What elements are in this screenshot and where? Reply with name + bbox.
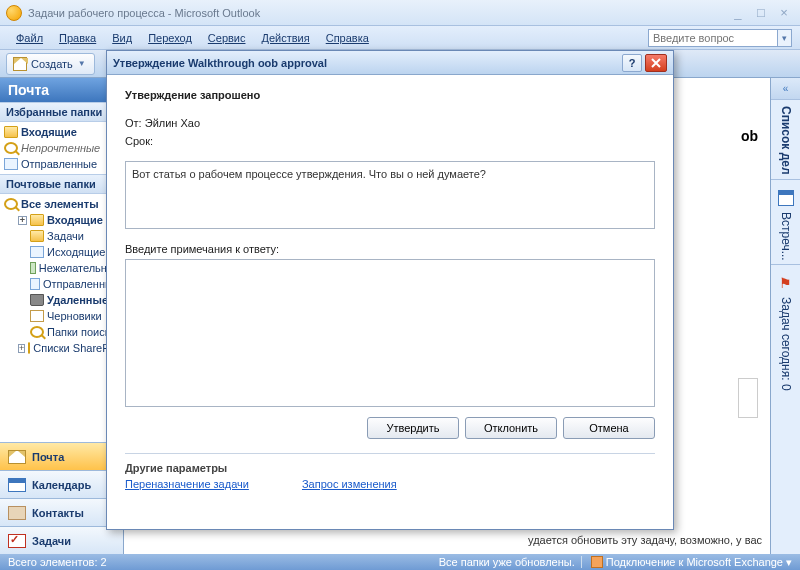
nav-title: Почта: [0, 78, 123, 102]
search-folder-icon: [30, 326, 44, 338]
search-icon: [4, 198, 18, 210]
approve-button[interactable]: Утвердить: [367, 417, 459, 439]
folder-tasks[interactable]: Задачи: [0, 228, 123, 244]
folder-icon: [30, 230, 44, 242]
navbtn-calendar[interactable]: Календарь: [0, 470, 123, 498]
sent-icon: [30, 278, 40, 290]
approval-dialog: Утверждение Walkthrough oob approval ? У…: [106, 50, 674, 530]
folder-search[interactable]: Папки поиска: [0, 324, 123, 340]
trash-icon: [30, 294, 44, 306]
message-box: Вот статья о рабочем процессе утверждени…: [125, 161, 655, 229]
navbtn-contacts[interactable]: Контакты: [0, 498, 123, 526]
menu-edit[interactable]: Правка: [51, 29, 104, 47]
outbox-icon: [30, 246, 44, 258]
create-label: Создать: [31, 58, 73, 70]
menu-help[interactable]: Справка: [318, 29, 377, 47]
fav-sent[interactable]: Отправленные: [0, 156, 123, 172]
window-controls: _ □ ×: [728, 5, 794, 20]
menu-bar: Файл Правка Вид Переход Сервис Действия …: [0, 26, 800, 50]
mailfolders-header[interactable]: Почтовые папки: [0, 174, 123, 194]
folder-icon: [4, 126, 18, 138]
status-bar: Всего элементов: 2 Все папки уже обновле…: [0, 554, 800, 570]
other-params: Другие параметры Переназначение задачи З…: [125, 453, 655, 490]
dialog-heading: Утверждение запрошено: [125, 89, 655, 101]
cancel-button[interactable]: Отмена: [563, 417, 655, 439]
minimize-button[interactable]: _: [728, 5, 748, 20]
reject-button[interactable]: Отклонить: [465, 417, 557, 439]
maximize-button[interactable]: □: [751, 5, 771, 20]
draft-icon: [30, 310, 44, 322]
sent-icon: [4, 158, 18, 170]
ask-question-input[interactable]: [648, 29, 778, 47]
menu-file[interactable]: Файл: [8, 29, 51, 47]
new-mail-icon: [13, 57, 27, 71]
create-button[interactable]: Создать ▼: [6, 53, 95, 75]
folder-sharepoint[interactable]: +Списки SharePoint: [0, 340, 123, 356]
notes-label: Введите примечания к ответу:: [125, 243, 655, 255]
todo-appts: Встреч...: [779, 212, 793, 261]
reassign-link[interactable]: Переназначение задачи: [125, 478, 249, 490]
todo-bar: « Список дел Встреч... ⚑ Задач сегодня: …: [770, 78, 800, 554]
tasks-icon: [8, 534, 26, 548]
folder-deleted[interactable]: Удаленные: [0, 292, 123, 308]
notes-textarea[interactable]: [125, 259, 655, 407]
status-connection: Подключение к Microsoft Exchange: [606, 556, 783, 568]
dialog-title: Утверждение Walkthrough oob approval: [113, 57, 622, 69]
favorites-list: Входящие Непрочтенные Отправленные: [0, 122, 123, 174]
calendar-icon: [8, 478, 26, 492]
sharepoint-icon: [28, 342, 30, 354]
folder-drafts[interactable]: Черновики: [0, 308, 123, 324]
todo-tasks-today: Задач сегодня: 0: [779, 297, 793, 391]
close-window-button[interactable]: ×: [774, 5, 794, 20]
expand-icon[interactable]: +: [18, 344, 25, 353]
favorites-header[interactable]: Избранные папки: [0, 102, 123, 122]
folder-junk[interactable]: Нежелательная: [0, 260, 123, 276]
dialog-button-row: Утвердить Отклонить Отмена: [125, 417, 655, 439]
dialog-help-button[interactable]: ?: [622, 54, 642, 72]
fav-unread[interactable]: Непрочтенные: [0, 140, 123, 156]
flag-icon: ⚑: [779, 275, 792, 291]
menu-tools[interactable]: Сервис: [200, 29, 254, 47]
all-items[interactable]: Все элементы: [0, 196, 123, 212]
status-item-count: Всего элементов: 2: [8, 556, 107, 568]
search-folder-icon: [4, 142, 18, 154]
due-row: Срок:: [125, 135, 655, 147]
expand-icon[interactable]: +: [18, 216, 27, 225]
menu-go[interactable]: Переход: [140, 29, 200, 47]
calendar-icon: [778, 190, 794, 206]
navbtn-tasks[interactable]: Задачи: [0, 526, 123, 554]
dialog-body: Утверждение запрошено От: Эйлин Хао Срок…: [107, 75, 673, 529]
from-value: Эйлин Хао: [145, 117, 200, 129]
create-dropdown-icon[interactable]: ▼: [76, 59, 88, 68]
dialog-titlebar: Утверждение Walkthrough oob approval ?: [107, 51, 673, 75]
nav-bottom-buttons: Почта Календарь Контакты Задачи: [0, 442, 123, 554]
todo-title: Список дел: [779, 106, 793, 175]
connection-icon: [591, 556, 603, 568]
mailfolders-list: Все элементы +Входящие Задачи Исходящие …: [0, 194, 123, 442]
ask-question-dropdown[interactable]: ▾: [778, 29, 792, 47]
due-label: Срок:: [125, 135, 153, 147]
folder-sent[interactable]: Отправленные: [0, 276, 123, 292]
mail-icon: [8, 450, 26, 464]
contacts-icon: [8, 506, 26, 520]
folder-outbox[interactable]: Исходящие: [0, 244, 123, 260]
folder-inbox[interactable]: +Входящие: [0, 212, 123, 228]
folder-icon: [30, 214, 44, 226]
junk-icon: [30, 262, 36, 274]
status-connection-dropdown[interactable]: ▾: [786, 556, 792, 569]
dialog-close-button[interactable]: [645, 54, 667, 72]
request-change-link[interactable]: Запрос изменения: [302, 478, 397, 490]
from-label: От:: [125, 117, 142, 129]
navbtn-mail[interactable]: Почта: [0, 442, 123, 470]
from-row: От: Эйлин Хао: [125, 117, 655, 129]
reading-pane-text: удается обновить эту задачу, возможно, у…: [528, 534, 762, 546]
menu-view[interactable]: Вид: [104, 29, 140, 47]
menu-actions[interactable]: Действия: [254, 29, 318, 47]
status-updated: Все папки уже обновлены.: [439, 556, 575, 568]
window-title: Задачи рабочего процесса - Microsoft Out…: [28, 7, 728, 19]
fav-inbox[interactable]: Входящие: [0, 124, 123, 140]
peek-box: [738, 378, 758, 418]
outlook-logo-icon: [6, 5, 22, 21]
todo-collapse-button[interactable]: «: [771, 78, 800, 100]
close-icon: [651, 58, 661, 68]
